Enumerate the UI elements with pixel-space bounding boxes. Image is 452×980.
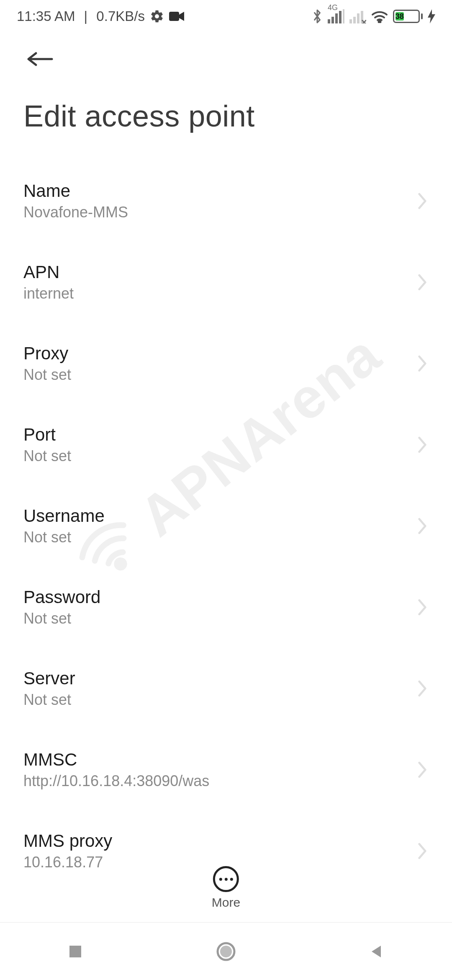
- setting-value: Novafone-MMS: [23, 204, 416, 221]
- setting-label: MMSC: [23, 750, 416, 770]
- chevron-right-icon: [416, 516, 429, 536]
- square-icon: [67, 943, 84, 960]
- chevron-right-icon: [416, 841, 429, 861]
- network-label: 4G: [328, 3, 338, 12]
- signal-no-sim-icon: [349, 9, 366, 23]
- setting-label: MMS proxy: [23, 831, 416, 851]
- setting-value: Not set: [23, 610, 416, 627]
- more-button[interactable]: More: [212, 866, 240, 910]
- nav-recents[interactable]: [61, 937, 90, 966]
- status-net-speed: 0.7KB/s: [96, 8, 145, 24]
- svg-rect-0: [169, 12, 179, 21]
- settings-list: APNArena NameNovafone-MMSAPNinternetProx…: [0, 133, 452, 980]
- svg-rect-1: [328, 19, 330, 23]
- battery-percent: 38: [396, 12, 404, 21]
- setting-value: internet: [23, 285, 416, 302]
- svg-rect-2: [331, 17, 334, 23]
- setting-row-mmsc[interactable]: MMSChttp://10.16.18.4:38090/was: [0, 731, 452, 808]
- bluetooth-icon: [312, 8, 323, 24]
- setting-label: Password: [23, 587, 416, 607]
- setting-row-name[interactable]: NameNovafone-MMS: [0, 162, 452, 240]
- setting-label: Name: [23, 181, 416, 201]
- setting-value: Not set: [23, 366, 416, 384]
- status-time: 11:35 AM: [17, 8, 75, 24]
- android-navbar: [0, 922, 452, 980]
- svg-rect-12: [69, 946, 81, 957]
- svg-point-14: [220, 946, 232, 957]
- charging-bolt-icon: [428, 9, 435, 23]
- chevron-right-icon: [416, 191, 429, 211]
- setting-label: Proxy: [23, 343, 416, 364]
- arrow-left-icon: [26, 51, 54, 67]
- settings-icon: [150, 9, 164, 23]
- more-icon: [213, 866, 239, 892]
- page-title: Edit access point: [0, 75, 452, 133]
- camera-icon: [169, 11, 184, 22]
- setting-row-proxy[interactable]: ProxyNot set: [0, 325, 452, 402]
- chevron-right-icon: [416, 597, 429, 617]
- setting-row-apn[interactable]: APNinternet: [0, 244, 452, 321]
- chevron-right-icon: [416, 678, 429, 699]
- svg-rect-7: [353, 17, 356, 23]
- status-bar: 11:35 AM | 0.7KB/s 4G: [0, 0, 452, 33]
- wifi-icon: [371, 10, 388, 23]
- nav-home[interactable]: [211, 937, 241, 966]
- svg-point-10: [379, 21, 381, 23]
- setting-row-server[interactable]: ServerNot set: [0, 650, 452, 727]
- setting-label: APN: [23, 262, 416, 282]
- setting-row-port[interactable]: PortNot set: [0, 406, 452, 483]
- setting-label: Username: [23, 506, 416, 526]
- setting-label: Server: [23, 668, 416, 689]
- svg-rect-5: [343, 9, 344, 23]
- nav-back[interactable]: [362, 937, 391, 966]
- setting-label: Port: [23, 425, 416, 445]
- chevron-right-icon: [416, 760, 429, 780]
- setting-value: Not set: [23, 447, 416, 465]
- battery-icon: 38: [393, 10, 423, 23]
- setting-value: Not set: [23, 691, 416, 709]
- triangle-left-icon: [368, 943, 385, 960]
- chevron-right-icon: [416, 435, 429, 455]
- chevron-right-icon: [416, 353, 429, 374]
- circle-icon: [216, 941, 236, 962]
- signal-4g-icon: 4G: [328, 9, 344, 23]
- setting-value: Not set: [23, 529, 416, 546]
- svg-rect-3: [335, 13, 338, 23]
- more-label: More: [212, 895, 240, 910]
- setting-row-password[interactable]: PasswordNot set: [0, 569, 452, 646]
- status-sep: |: [80, 8, 91, 24]
- back-button[interactable]: [23, 43, 56, 75]
- setting-value: http://10.16.18.4:38090/was: [23, 772, 416, 790]
- svg-rect-4: [339, 11, 342, 23]
- setting-row-username[interactable]: UsernameNot set: [0, 487, 452, 565]
- chevron-right-icon: [416, 272, 429, 292]
- svg-rect-6: [349, 19, 352, 23]
- svg-rect-8: [357, 13, 360, 23]
